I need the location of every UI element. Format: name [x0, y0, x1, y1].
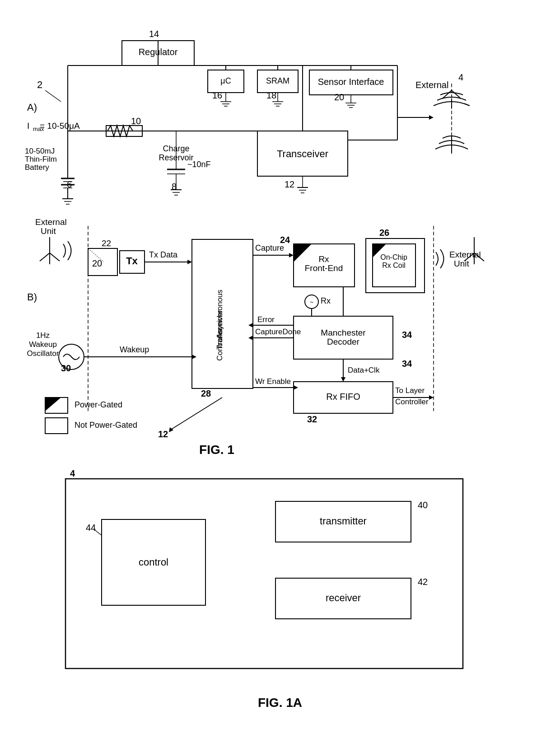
external-unit-left-label2: Unit	[41, 226, 56, 236]
wakeup-label: Wakeup	[120, 345, 149, 354]
battery-label: 10-50mJ	[25, 147, 55, 155]
fig1a-ref4-label: 4	[70, 468, 75, 478]
legend-notpowergated-label: Not Power-Gated	[75, 421, 137, 430]
ref34b-label: 34	[402, 359, 412, 369]
svg-line-58	[40, 253, 50, 261]
ref40-label: 40	[418, 500, 428, 510]
to-layer-label2: Controller	[395, 397, 429, 406]
ref28-label: 28	[201, 388, 211, 398]
external-unit-left-label: External	[35, 217, 67, 227]
transmitter-label: transmitter	[320, 515, 367, 527]
ref26-label: 26	[379, 228, 389, 238]
ref14-label: 14	[149, 29, 159, 39]
uc-label: μC	[220, 76, 231, 85]
rx-frontend-label2: Front-End	[305, 263, 343, 273]
legend-notpowergated-box	[45, 418, 68, 434]
wakeup-osc-label2: Wakeup	[29, 340, 57, 349]
tx-label: Tx	[126, 255, 138, 266]
data-clk-label: Data+Clk	[348, 366, 380, 374]
capture-label: Capture	[255, 243, 284, 252]
tx-data-label: Tx Data	[149, 250, 178, 259]
async-ctrl-text3: Controller	[215, 327, 224, 361]
capturedone-label: CaptureDone	[255, 327, 301, 336]
wakeup-osc-label1: 1Hz	[36, 331, 50, 340]
onchip-coil-label1: On-Chip	[380, 253, 407, 261]
transceiver-label: Transceiver	[277, 148, 328, 159]
ref2-label: 2	[37, 79, 42, 90]
svg-marker-80	[429, 395, 434, 400]
imax-value: = 10-50μA	[40, 121, 80, 131]
ref44-label: 44	[86, 523, 96, 533]
ref20a-label: 20	[334, 92, 344, 102]
onchip-coil-label2: Rx Coil	[382, 262, 406, 269]
manchester-label1: Manchester	[321, 328, 366, 337]
fig1-label: FIG. 1	[199, 443, 234, 457]
rx-label: Rx	[321, 296, 331, 305]
rx-fifo-label: Rx FIFO	[326, 392, 360, 402]
wr-enable-label: Wr Enable	[255, 377, 291, 386]
wakeup-osc-label3: Oscillator	[27, 349, 59, 358]
ref32-label: 32	[307, 414, 317, 424]
receiver-label: receiver	[326, 592, 361, 603]
ref18-label: 18	[266, 90, 276, 100]
sensor-interface-label: Sensor Interface	[318, 77, 384, 87]
svg-marker-47	[429, 115, 434, 120]
cap-10nf-label: ~10nF	[187, 160, 211, 169]
ref24-label: 24	[280, 235, 290, 245]
svg-line-59	[50, 253, 60, 261]
ref30-label: 30	[61, 363, 71, 373]
ref42-label: 42	[418, 577, 428, 587]
imax-label: I	[27, 121, 29, 131]
ref20b-label: 20	[92, 258, 102, 268]
ref22-label: 22	[102, 238, 111, 248]
svg-marker-62	[187, 260, 192, 264]
battery-label3: Battery	[25, 163, 49, 172]
external-unit-right-label2: Unit	[454, 259, 470, 268]
battery-label2: Thin-Film	[25, 155, 57, 164]
ref34-label: 34	[402, 330, 412, 340]
section-b-label: B)	[27, 291, 37, 303]
to-layer-label1: To Layer	[395, 386, 425, 395]
manchester-label2: Decoder	[327, 337, 359, 346]
legend-powergated-label: Power-Gated	[75, 400, 122, 409]
page: 2 A) Regulator 14 μC 16 SRAM 18 Sensor I…	[0, 0, 560, 734]
svg-line-0	[45, 90, 61, 102]
error-label: Error	[257, 315, 275, 324]
svg-line-83	[172, 397, 222, 429]
ref12b-label: 12	[158, 429, 168, 439]
ref12a-label: 12	[285, 179, 294, 189]
ref4a-label: 4	[458, 72, 463, 82]
section-a-label: A)	[27, 102, 37, 113]
fig1a-label: FIG. 1A	[258, 696, 302, 710]
sram-label: SRAM	[266, 76, 289, 85]
modulator-symbol: ~	[310, 299, 313, 306]
rx-frontend-label1: Rx	[318, 254, 329, 264]
svg-marker-64	[289, 253, 294, 257]
ref10-label: 10	[131, 116, 141, 126]
diagram-svg: 2 A) Regulator 14 μC 16 SRAM 18 Sensor I…	[0, 0, 560, 734]
svg-marker-76	[341, 377, 345, 382]
control-label: control	[139, 556, 168, 568]
external-a-label: External	[415, 80, 448, 90]
ref16-label: 16	[212, 90, 222, 100]
